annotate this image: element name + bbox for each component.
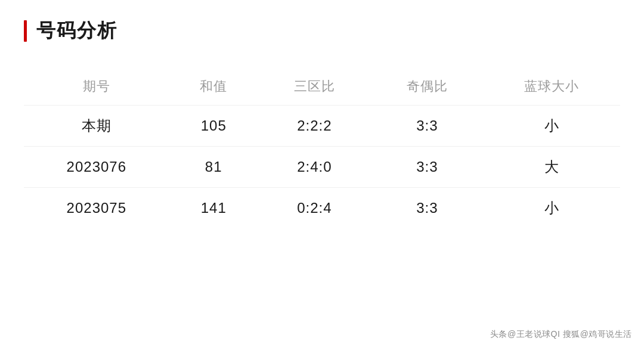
table-row: 2023076812:4:03:3大 <box>24 147 620 188</box>
page-title: 号码分析 <box>36 18 117 44</box>
cell-period: 本期 <box>24 106 169 147</box>
col-header-period: 期号 <box>24 68 169 106</box>
cell-ball-size: 大 <box>484 147 620 188</box>
col-header-sum: 和值 <box>169 68 258 106</box>
table-row: 20230751410:2:43:3小 <box>24 188 620 229</box>
cell-period: 2023075 <box>24 188 169 229</box>
col-header-odd-even: 奇偶比 <box>371 68 484 106</box>
watermark: 头条@王老说球QI 搜狐@鸡哥说生活 <box>490 329 632 340</box>
cell-sum: 141 <box>169 188 258 229</box>
cell-period: 2023076 <box>24 147 169 188</box>
cell-three-zone: 2:4:0 <box>258 147 371 188</box>
table-header-row: 期号 和值 三区比 奇偶比 蓝球大小 <box>24 68 620 106</box>
title-accent-bar <box>24 20 27 42</box>
main-container: 号码分析 期号 和值 三区比 奇偶比 蓝球大小 本期1052:2:23:3小20… <box>0 0 644 347</box>
cell-sum: 105 <box>169 106 258 147</box>
cell-three-zone: 0:2:4 <box>258 188 371 229</box>
cell-sum: 81 <box>169 147 258 188</box>
col-header-three-zone: 三区比 <box>258 68 371 106</box>
section-header: 号码分析 <box>24 18 620 44</box>
cell-odd-even: 3:3 <box>371 188 484 229</box>
cell-ball-size: 小 <box>484 106 620 147</box>
col-header-ball-size: 蓝球大小 <box>484 68 620 106</box>
cell-odd-even: 3:3 <box>371 106 484 147</box>
cell-odd-even: 3:3 <box>371 147 484 188</box>
analysis-table: 期号 和值 三区比 奇偶比 蓝球大小 本期1052:2:23:3小2023076… <box>24 68 620 228</box>
cell-ball-size: 小 <box>484 188 620 229</box>
table-row: 本期1052:2:23:3小 <box>24 106 620 147</box>
cell-three-zone: 2:2:2 <box>258 106 371 147</box>
